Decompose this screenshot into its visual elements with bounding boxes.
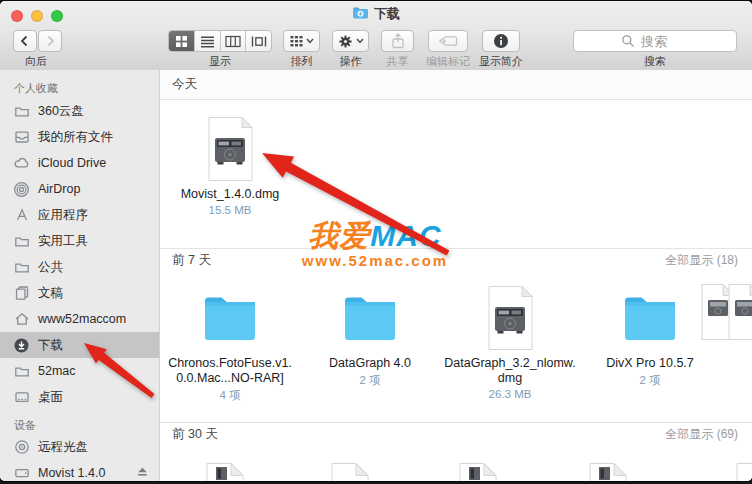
back-button[interactable] [13, 30, 37, 52]
show-all-button[interactable]: 全部显示 (69) [665, 423, 738, 446]
sidebar-item-label: 公共 [38, 259, 63, 276]
cloud-icon [13, 155, 30, 172]
file-caption: 4 项 [219, 388, 240, 403]
file-name: DataGraph_3.2_nlomw.dmg [443, 356, 577, 386]
show-all-button[interactable]: 全部显示 (18) [665, 249, 738, 272]
dmg-icon [198, 116, 262, 182]
sidebar-item-iCloud Drive[interactable]: iCloud Drive [0, 150, 159, 176]
file-caption: 15.5 MB [209, 204, 252, 216]
clipped-doc-icon [327, 462, 373, 481]
sidebar-item-公共[interactable]: 公共 [0, 254, 159, 280]
file-item-Chronos.FotoFuse.v1.0.0.Mac...NO-RAR][interactable]: Chronos.FotoFuse.v1.0.0.Mac...NO-RAR]4 项 [160, 285, 300, 403]
clipped-dmg-icon [585, 462, 631, 481]
desktop-icon [13, 389, 30, 406]
share-icon [390, 33, 406, 49]
sidebar-section-header: 个人收藏 [0, 78, 159, 98]
folder-icon [13, 259, 30, 276]
section-week-items: Chronos.FotoFuse.v1.0.0.Mac...NO-RAR]4 项… [160, 271, 752, 422]
action-button[interactable] [332, 30, 369, 52]
sidebar-item-下载[interactable]: 下载 [0, 332, 159, 358]
sidebar-item-实用工具[interactable]: 实用工具 [0, 228, 159, 254]
section-month-items [160, 445, 752, 481]
grid-view-icon [175, 35, 188, 48]
forward-button[interactable] [38, 30, 62, 52]
sidebar-item-我的所有文件[interactable]: 我的所有文件 [0, 124, 159, 150]
sidebar-item-360云盘[interactable]: 360云盘 [0, 98, 159, 124]
tag-icon [438, 34, 458, 48]
window-chrome: 下载 向后 [0, 1, 752, 71]
titlebar: 下载 [0, 5, 752, 23]
folder-icon [13, 233, 30, 250]
sidebar-item-label: 远程光盘 [38, 439, 88, 456]
file-caption: 2 项 [639, 373, 660, 388]
folder-icon [198, 285, 262, 351]
info-icon [493, 33, 509, 49]
file-item-DataGraph_3.2_nlomw.dmg[interactable]: DataGraph_3.2_nlomw.dmg26.3 MB [440, 285, 580, 400]
section-header-month: 前 30 天 全部显示 (69) [160, 422, 752, 445]
sidebar-item-label: 实用工具 [38, 233, 88, 250]
file-caption: 26.3 MB [489, 388, 532, 400]
eject-icon[interactable] [136, 466, 149, 480]
list-view-button[interactable] [195, 31, 221, 51]
sidebar-item-AirDrop[interactable]: AirDrop [0, 176, 159, 202]
sidebar-item-远程光盘[interactable]: 远程光盘 [0, 434, 159, 460]
section-title: 今天 [172, 77, 197, 91]
arrange-button[interactable] [283, 30, 320, 52]
edit-tags-button[interactable] [428, 30, 468, 52]
downloads-folder-proxy-icon[interactable] [352, 5, 369, 23]
airdrop-icon [13, 181, 30, 198]
section-header-today: 今天 [160, 70, 752, 100]
sidebar-item-文稿[interactable]: 文稿 [0, 280, 159, 306]
sidebar-section-header: 设备 [0, 416, 159, 434]
clipped-dmg-icon [455, 462, 501, 481]
desktop-background: 下载 向后 [0, 0, 752, 484]
gear-icon [338, 34, 353, 49]
section-title: 前 7 天 [172, 253, 211, 267]
sidebar-item-label: 我的所有文件 [38, 129, 113, 146]
sidebar-item-label: Movist 1.4.0 [38, 466, 105, 480]
search-input[interactable] [639, 33, 689, 50]
window-title: 下载 [374, 5, 400, 23]
sidebar-item-桌面[interactable]: 桌面 [0, 384, 159, 410]
chevron-right-icon [42, 33, 58, 49]
clipped-files-bottom [160, 462, 752, 481]
file-name: DataGraph 4.0 [329, 356, 411, 371]
icon-view-button[interactable] [169, 31, 195, 51]
coverflow-view-button[interactable] [246, 31, 271, 51]
file-item-DataGraph 4.0[interactable]: DataGraph 4.02 项 [300, 285, 440, 388]
sidebar-item-label: 文稿 [38, 285, 63, 302]
search-label: 搜索 [573, 54, 737, 69]
sidebar-item-www52maccom[interactable]: www52maccom [0, 306, 159, 332]
sidebar-item-应用程序[interactable]: 应用程序 [0, 202, 159, 228]
column-view-button[interactable] [221, 31, 247, 51]
sidebar-item-label: www52maccom [38, 312, 126, 326]
clipped-dmg-icon [202, 462, 248, 481]
home-icon [13, 311, 30, 328]
back-label: 向后 [8, 54, 64, 69]
sidebar-item-52mac[interactable]: 52mac [0, 358, 159, 384]
coverflow-view-icon [251, 35, 267, 48]
allfiles-icon [13, 129, 30, 146]
sidebar-item-label: 360云盘 [38, 103, 84, 120]
get-info-label: 显示简介 [468, 54, 534, 69]
arrange-grid-icon [290, 35, 303, 47]
sidebar-item-Movist 1.4.0[interactable]: Movist 1.4.0 [0, 460, 159, 481]
chevron-down-icon [306, 38, 314, 44]
clipped-doc-icon [732, 462, 752, 481]
section-today-items: Movist_1.4.0.dmg15.5 MB [160, 100, 752, 248]
file-item-Movist_1.4.0.dmg[interactable]: Movist_1.4.0.dmg15.5 MB [160, 116, 300, 216]
search-icon [621, 34, 635, 48]
folder-icon [13, 103, 30, 120]
view-mode-segmented-control [168, 30, 272, 52]
sidebar-item-label: 下载 [38, 337, 63, 354]
get-info-button[interactable] [482, 30, 520, 52]
file-browser: 今天 Movist_1.4.0.dmg15.5 MB 前 7 天 全部显示 (1… [160, 70, 752, 481]
view-label: 显示 [168, 54, 272, 69]
sidebar-item-label: AirDrop [38, 182, 80, 196]
share-button[interactable] [381, 30, 414, 52]
search-field[interactable] [573, 30, 737, 52]
dmg-icon [478, 285, 542, 351]
clipped-dmg-icon [724, 283, 752, 345]
pages-icon [13, 285, 30, 302]
sidebar-item-label: iCloud Drive [38, 156, 106, 170]
